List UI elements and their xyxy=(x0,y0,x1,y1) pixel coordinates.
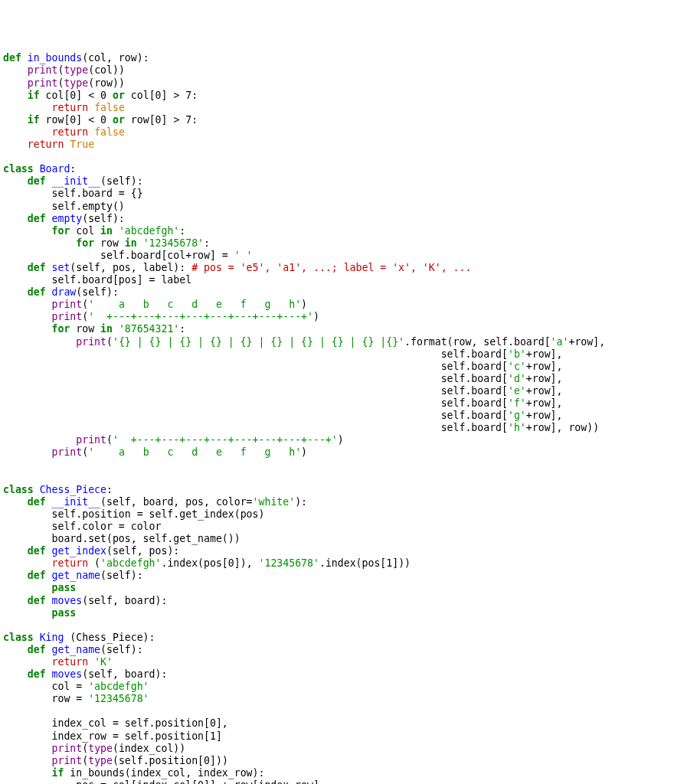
token-n: (self.position[ xyxy=(113,755,204,766)
token-str: ' +---+---+---+---+---+---+---+---+' xyxy=(88,311,313,322)
code-line: def moves(self, board): xyxy=(3,668,167,680)
token-n: ( xyxy=(82,755,88,766)
token-red: return xyxy=(52,126,89,138)
token-purple: print xyxy=(52,299,83,310)
code-line: print('{} | {} | {} | {} | {} | {} | {} … xyxy=(3,336,605,348)
token-kw: or xyxy=(113,114,125,126)
token-n: ) xyxy=(301,446,307,458)
token-str: 'd' xyxy=(508,373,526,384)
token-red: return xyxy=(28,139,64,150)
token-str: '12345678' xyxy=(88,693,149,704)
code-line: self.board['h'+row], row)) xyxy=(3,422,599,433)
token-n: (self, board): xyxy=(82,668,167,680)
token-red: return xyxy=(52,557,89,569)
code-line: board.set(pos, self.get_name()) xyxy=(3,533,241,544)
token-kw: pass xyxy=(52,582,77,593)
code-line: print(type(row)) xyxy=(3,77,125,89)
token-n: ) xyxy=(338,434,344,446)
token-kw: def xyxy=(28,595,52,606)
code-line: return ('abcdefgh'.index(pos[0]), '12345… xyxy=(3,557,411,569)
token-str: '12345678' xyxy=(259,557,319,569)
token-n: : xyxy=(106,484,113,495)
token-n: index_col = self.position[ xyxy=(3,717,210,729)
token-str: 'e' xyxy=(508,385,526,397)
token-n: : xyxy=(191,90,198,101)
token-n: self.board = {} xyxy=(3,188,143,199)
token-n xyxy=(3,126,52,138)
code-line: def draw(self): xyxy=(3,286,119,298)
token-str: '{} | {} | {} | {} | {} | {} | {} | {} |… xyxy=(113,336,404,348)
token-kw: def xyxy=(28,262,52,273)
code-line: self.board[col+row] = ' ' xyxy=(3,250,253,261)
token-n xyxy=(3,644,28,655)
token-str: 'c' xyxy=(508,361,526,372)
token-n: ( xyxy=(82,299,88,310)
token-kw: def xyxy=(28,644,52,655)
token-n: +row], xyxy=(526,385,563,397)
token-kw: class xyxy=(3,632,40,643)
token-n xyxy=(3,213,28,224)
token-kw: def xyxy=(28,286,52,298)
token-n: 0 xyxy=(155,90,162,101)
token-str: 'h' xyxy=(508,422,526,433)
token-str: 'white' xyxy=(253,496,296,508)
token-n: (Chess_Piece): xyxy=(64,632,155,643)
code-line: if in_bounds(index_col, index_row): xyxy=(3,767,264,779)
token-name: King xyxy=(40,632,64,643)
token-n: ])) xyxy=(392,557,411,569)
token-n: self.board[ xyxy=(3,397,508,409)
token-n xyxy=(3,114,28,126)
code-line: return 'K' xyxy=(3,656,113,668)
token-name: empty xyxy=(52,213,83,224)
code-line: def set(self, pos, label): # pos = 'e5',… xyxy=(3,262,471,273)
token-name: get_name xyxy=(52,570,101,581)
code-line: def empty(self): xyxy=(3,213,125,224)
code-line: print(type(self.position[0])) xyxy=(3,755,228,766)
token-str: ' a b c d e f g h' xyxy=(88,446,301,458)
token-n: ( xyxy=(106,434,113,446)
token-n: +row], xyxy=(568,336,605,348)
code-line: for row in '12345678': xyxy=(3,237,210,249)
code-line: index_row = self.position[1] xyxy=(3,730,222,742)
token-name: Chess_Piece xyxy=(40,484,106,495)
token-n xyxy=(137,237,143,249)
code-line: if row[0] < 0 or row[0] > 7: xyxy=(3,114,198,126)
code-line: print(type(index_col)) xyxy=(3,743,185,754)
token-n: row[ xyxy=(125,114,155,126)
token-kw: in xyxy=(125,237,137,249)
code-line: self.board = {} xyxy=(3,188,143,199)
code-line: print(' +---+---+---+---+---+---+---+---… xyxy=(3,434,344,446)
token-n: self.position = self.get_index(pos) xyxy=(3,508,264,520)
token-purple: print xyxy=(28,77,58,89)
code-line: col = 'abcdefgh' xyxy=(3,681,149,692)
token-kw: for xyxy=(52,225,70,237)
code-line: def in_bounds(col, row): xyxy=(3,52,149,64)
token-n: : xyxy=(179,225,185,237)
token-n: (self, board): xyxy=(82,595,167,606)
token-kw: def xyxy=(28,496,52,508)
token-purple: type xyxy=(64,64,88,76)
token-n xyxy=(3,286,28,298)
token-n: col xyxy=(70,225,100,237)
token-n: ] < xyxy=(76,90,100,101)
token-name: moves xyxy=(52,668,83,680)
token-n: +row], xyxy=(526,410,563,421)
token-n xyxy=(88,102,94,113)
code-line: index_col = self.position[0], xyxy=(3,717,228,729)
token-n: board.set(pos, self.get_name()) xyxy=(3,533,241,544)
token-name: __init__ xyxy=(52,496,101,508)
token-n xyxy=(3,582,52,593)
code-line: for row in '87654321': xyxy=(3,323,185,335)
code-line: return false xyxy=(3,102,125,113)
token-str: 'g' xyxy=(508,410,526,421)
token-n: +row], row)) xyxy=(526,422,599,433)
code-line: pass xyxy=(3,582,76,593)
code-line: print(' a b c d e f g h') xyxy=(3,446,307,458)
token-n: .format(row, self.board[ xyxy=(404,336,551,348)
token-cmt: # pos = 'e5', 'a1', ...; label = 'x', 'K… xyxy=(191,262,471,273)
token-n: (self): xyxy=(76,286,119,298)
token-n xyxy=(106,114,113,126)
token-n: self.board[ xyxy=(3,361,508,372)
token-kw: class xyxy=(3,163,40,175)
token-n xyxy=(88,656,94,668)
